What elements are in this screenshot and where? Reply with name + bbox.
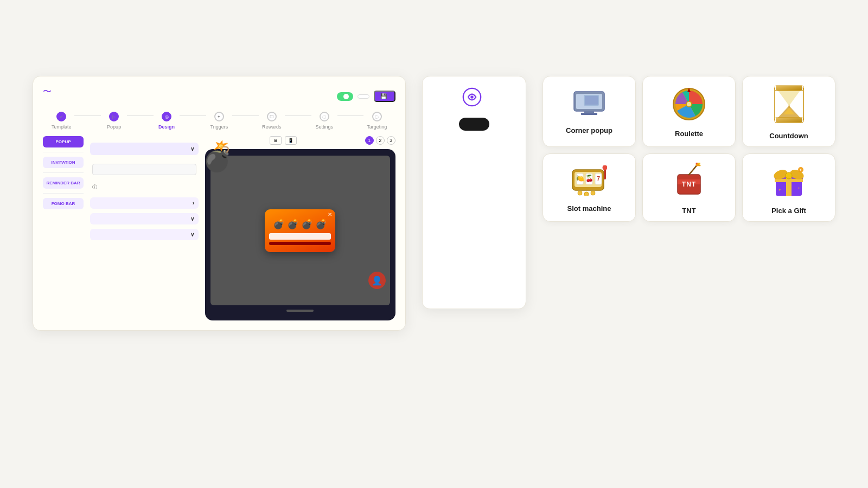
- preview-toolbar: 🖥 📱 1 2 3: [205, 136, 395, 145]
- roulette-icon: [672, 87, 706, 125]
- svg-point-28: [603, 165, 608, 170]
- step-circle-settings: ◌: [320, 112, 329, 121]
- popup-email-input[interactable]: [269, 233, 331, 240]
- step-num-2[interactable]: 2: [376, 136, 385, 145]
- initial-title-label: [90, 245, 199, 249]
- game-card-countdown[interactable]: Countdown: [742, 76, 835, 147]
- slot-machine-label: Slot machine: [567, 204, 611, 213]
- step-navigation: ✓ Template ▷ Popup ◎ Design ✦ Triggers: [43, 112, 395, 130]
- step-design[interactable]: ◎ Design: [154, 112, 180, 130]
- svg-text:🍒: 🍒: [585, 174, 593, 182]
- content-row: 〜 💾 ✓: [33, 76, 835, 331]
- pick-a-gift-label: Pick a Gift: [771, 207, 806, 215]
- panel-sidebar: POPUP INVITATION REMINDER BAR FOMO BAR: [43, 136, 84, 320]
- mobile-icon[interactable]: 📱: [285, 136, 297, 145]
- corner-popup-icon: [573, 91, 605, 122]
- tablet-screen: ✕ 💣 💣 💣 💣: [210, 156, 390, 305]
- step-circle-triggers: ✦: [214, 112, 224, 121]
- bg-colors-section[interactable]: ›: [90, 197, 199, 209]
- step-num-1[interactable]: 1: [365, 136, 374, 145]
- step-circle-popup: ▷: [109, 112, 119, 121]
- save-button[interactable]: 💾: [374, 91, 395, 102]
- cancel-button[interactable]: [358, 94, 369, 99]
- step-triggers[interactable]: ✦ Triggers: [206, 112, 232, 130]
- popup-play-btn[interactable]: [269, 242, 331, 245]
- sidebar-invitation-btn[interactable]: INVITATION: [43, 157, 84, 168]
- tablet-mockup: ✕ 💣 💣 💣 💣: [205, 149, 395, 320]
- campaign-icon: 〜: [43, 86, 52, 98]
- svg-point-29: [578, 191, 582, 195]
- game-card-corner-popup[interactable]: Corner popup: [542, 76, 636, 147]
- sidebar-popup-btn[interactable]: POPUP: [43, 136, 84, 147]
- svg-text:🍋: 🍋: [576, 174, 584, 182]
- step-settings[interactable]: ◌ Settings: [311, 112, 337, 130]
- image-gif-field[interactable]: [92, 164, 196, 175]
- svg-text:✦: ✦: [797, 187, 800, 190]
- step-circle-targeting: ◌: [372, 112, 382, 121]
- desktop-icon[interactable]: 🖥: [270, 136, 282, 145]
- countdown-label: Countdown: [769, 132, 808, 140]
- step-rewards[interactable]: ☐ Rewards: [259, 112, 285, 130]
- start-free-button[interactable]: [459, 118, 489, 131]
- separator2: [43, 172, 84, 173]
- popconvert-logo: [462, 87, 486, 107]
- game-card-roulette[interactable]: Roulette: [642, 76, 736, 147]
- popup-close-btn[interactable]: ✕: [328, 211, 332, 217]
- game-card-slot-machine[interactable]: 🍋 🍒 7 Slot machine: [542, 153, 636, 222]
- sidebar-reminder-btn[interactable]: REMINDER BAR: [43, 177, 84, 189]
- corner-popup-label: Corner popup: [566, 126, 612, 134]
- svg-rect-7: [581, 113, 597, 115]
- save-icon: 💾: [380, 93, 387, 99]
- svg-point-31: [591, 191, 595, 195]
- campaign-editor-panel: 〜 💾 ✓: [33, 76, 406, 331]
- svg-rect-13: [776, 118, 802, 123]
- popup-preview-card: ✕ 💣 💣 💣 💣: [265, 209, 335, 252]
- pick-a-gift-icon: ✦ ✦ ✦: [770, 163, 807, 202]
- sidebar-fomo-btn[interactable]: FOMO BAR: [43, 198, 84, 209]
- separator: [43, 152, 84, 152]
- popconvert-panel: [422, 76, 526, 309]
- avatar-bubble: 👤: [368, 272, 386, 289]
- form-fields: [90, 159, 199, 178]
- countdown-icon: [774, 85, 804, 127]
- form-fields-2: ⓘ: [90, 183, 199, 193]
- svg-rect-12: [776, 86, 802, 91]
- games-grid: Corner popup Roulette: [542, 76, 835, 228]
- popup-texts-section[interactable]: ∨: [90, 229, 199, 240]
- image-logo-label: ⓘ: [92, 184, 196, 191]
- popup-steps-nums: 1 2 3: [365, 136, 395, 145]
- svg-rect-42: [775, 179, 803, 182]
- bomb-3: 💣: [301, 218, 313, 230]
- step-num-3[interactable]: 3: [387, 136, 395, 145]
- enabled-toggle[interactable]: [337, 92, 353, 101]
- popup-bombs: 💣 💣 💣 💣: [269, 218, 331, 230]
- game-elements-section[interactable]: ∨: [90, 143, 199, 155]
- svg-point-1: [470, 95, 473, 98]
- step-template[interactable]: ✓ Template: [48, 112, 74, 130]
- svg-rect-5: [585, 96, 598, 105]
- svg-point-45: [786, 172, 792, 179]
- svg-point-38: [699, 165, 701, 166]
- toggle-dot: [343, 94, 349, 99]
- svg-point-10: [686, 101, 692, 107]
- step-circle-rewards: ☐: [267, 112, 277, 121]
- svg-text:TNT: TNT: [682, 181, 696, 188]
- popconvert-logo-icon: [462, 87, 482, 107]
- step-circle-template: ✓: [56, 112, 66, 121]
- bomb-1: 💣: [273, 218, 285, 230]
- game-card-pick-a-gift[interactable]: ✦ ✦ ✦ Pick a Gift: [742, 153, 835, 222]
- step-targeting[interactable]: ◌ Targeting: [363, 112, 390, 130]
- bomb-2: 💣: [287, 218, 299, 230]
- roulette-label: Roulette: [675, 130, 703, 138]
- page-container: 〜 💾 ✓: [0, 0, 868, 488]
- panel-form: ∨ ⓘ ›: [90, 136, 199, 320]
- game-card-tnt[interactable]: TNT TNT: [642, 153, 736, 222]
- slot-machine-icon: 🍋 🍒 7: [571, 165, 607, 200]
- preview-icons: 🖥 📱: [270, 136, 297, 145]
- separator3: [43, 193, 84, 194]
- bomb-4: 💣: [315, 218, 327, 230]
- tnt-label: TNT: [682, 207, 695, 215]
- texts-section[interactable]: ∨: [90, 213, 199, 224]
- tablet-nav-bar: [286, 310, 314, 312]
- step-popup[interactable]: ▷ Popup: [101, 112, 127, 130]
